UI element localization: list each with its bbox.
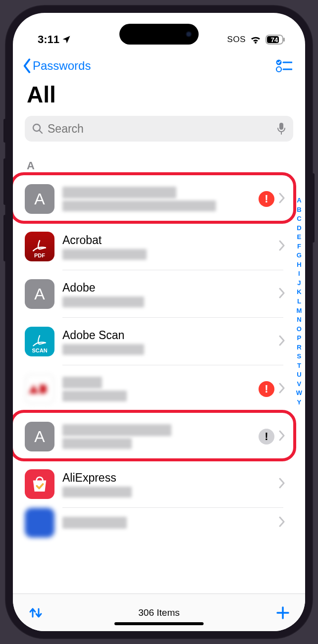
warning-badge-icon: ! — [259, 191, 274, 207]
search-input[interactable] — [48, 122, 272, 136]
svg-point-5 — [276, 67, 281, 72]
wifi-icon — [250, 35, 262, 45]
row-title-redacted — [62, 187, 176, 198]
chevron-right-icon — [278, 383, 285, 396]
home-indicator[interactable] — [114, 622, 204, 625]
info-badge-icon: ! — [259, 429, 274, 445]
row-title: Adobe Scan — [62, 329, 144, 342]
microphone-icon[interactable] — [276, 122, 286, 135]
index-letter[interactable]: I — [298, 269, 300, 278]
row-subtitle-redacted — [62, 391, 127, 401]
row-title: AliExpress — [62, 471, 132, 485]
row-subtitle-redacted — [62, 344, 144, 355]
back-button[interactable]: Passwords — [22, 58, 91, 73]
index-letter[interactable]: M — [296, 306, 302, 315]
row-subtitle-redacted — [62, 200, 216, 211]
page-title: All — [27, 81, 291, 108]
password-row[interactable]: PDFAcrobat — [25, 223, 305, 270]
site-letter-icon: A — [25, 184, 54, 214]
row-subtitle-redacted — [62, 438, 132, 449]
site-letter-icon: A — [25, 279, 54, 309]
chevron-right-icon — [278, 193, 285, 205]
chevron-right-icon — [278, 430, 285, 443]
back-label: Passwords — [33, 59, 91, 73]
password-row[interactable]: AliExpress — [25, 460, 305, 508]
battery-percent: 74 — [268, 36, 280, 44]
index-letter[interactable]: T — [297, 361, 301, 370]
section-header: A — [25, 149, 305, 175]
password-row[interactable]: A! — [25, 175, 305, 223]
index-letter[interactable]: A — [297, 196, 301, 205]
chevron-left-icon — [22, 58, 33, 73]
index-letter[interactable]: P — [297, 334, 302, 343]
row-title: Adobe — [62, 281, 144, 295]
search-icon — [32, 123, 44, 135]
index-letter[interactable]: W — [296, 389, 302, 397]
battery-icon: 74 — [265, 35, 285, 45]
toolbar: 306 Items — [13, 594, 305, 631]
chevron-right-icon — [278, 516, 285, 529]
password-row[interactable]: SCANAdobe Scan — [25, 318, 305, 365]
chevron-right-icon — [278, 288, 285, 300]
index-letter[interactable]: O — [297, 325, 302, 334]
chevron-right-icon — [278, 335, 285, 348]
aliexpress-icon — [25, 469, 54, 499]
password-row[interactable]: ! — [25, 365, 305, 413]
row-subtitle-redacted — [62, 487, 132, 497]
row-subtitle-redacted — [62, 297, 144, 307]
index-letter[interactable]: C — [297, 214, 301, 223]
site-icon — [25, 508, 54, 538]
index-letter[interactable]: J — [297, 279, 301, 288]
index-letter[interactable]: K — [297, 288, 301, 297]
row-title-redacted — [62, 517, 127, 529]
password-row[interactable]: A! — [25, 413, 305, 460]
index-letter[interactable]: E — [297, 233, 302, 242]
svg-rect-2 — [283, 38, 285, 42]
dynamic-island — [119, 24, 199, 45]
index-letter[interactable]: F — [297, 242, 301, 251]
acrobat-icon: PDF — [25, 232, 54, 261]
index-letter[interactable]: D — [297, 224, 301, 233]
alphabet-index[interactable]: ABCDEFGHIJKLMNOPRSTUVWY — [296, 196, 302, 407]
index-letter[interactable]: R — [297, 343, 301, 352]
status-time: 3:11 — [38, 33, 59, 46]
row-subtitle-redacted — [62, 249, 147, 260]
adobe-scan-icon: SCAN — [25, 327, 54, 356]
index-letter[interactable]: L — [297, 297, 301, 306]
sos-indicator: SOS — [227, 35, 246, 45]
index-letter[interactable]: V — [297, 380, 302, 389]
search-field[interactable] — [25, 116, 293, 142]
password-row[interactable] — [25, 508, 305, 538]
warning-badge-icon: ! — [259, 381, 274, 397]
chevron-right-icon — [278, 240, 285, 253]
password-row[interactable]: AAdobe — [25, 270, 305, 318]
svg-line-8 — [40, 131, 43, 134]
location-icon — [61, 35, 71, 45]
index-letter[interactable]: Y — [297, 398, 302, 407]
row-title: Acrobat — [62, 234, 147, 247]
index-letter[interactable]: B — [297, 205, 301, 214]
index-letter[interactable]: G — [297, 251, 302, 260]
index-letter[interactable]: U — [297, 370, 301, 379]
select-button[interactable] — [275, 59, 292, 73]
adp-icon — [25, 374, 54, 404]
row-title-redacted — [62, 424, 171, 436]
index-letter[interactable]: H — [297, 260, 301, 269]
svg-rect-9 — [279, 123, 283, 130]
index-letter[interactable]: N — [297, 315, 301, 324]
item-count: 306 Items — [13, 607, 305, 618]
index-letter[interactable]: S — [297, 352, 302, 361]
password-list: A A!PDFAcrobatAAdobeSCANAdobe Scan!A!Ali… — [13, 149, 305, 594]
site-letter-icon: A — [25, 422, 54, 451]
chevron-right-icon — [278, 478, 285, 491]
row-title-redacted — [62, 377, 102, 389]
